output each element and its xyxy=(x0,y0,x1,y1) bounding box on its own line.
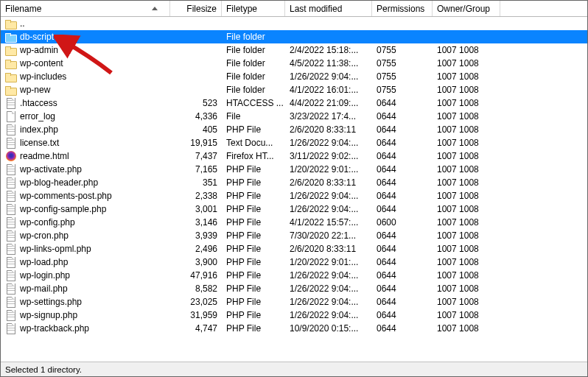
table-row[interactable]: wp-settings.php23,025PHP File1/26/2022 9… xyxy=(1,295,587,309)
filename-text: wp-login.php xyxy=(20,270,70,281)
owner-text: 1007 1008 xyxy=(433,322,500,335)
owner-text: 1007 1008 xyxy=(433,269,500,282)
permissions-text: 0600 xyxy=(372,216,433,229)
table-row[interactable]: wp-adminFile folder2/4/2022 15:18:...075… xyxy=(1,43,587,57)
permissions-text: 0644 xyxy=(372,256,433,269)
status-text: Selected 1 directory. xyxy=(5,365,82,374)
filesize-text: 405 xyxy=(170,123,222,136)
header-permissions[interactable]: Permissions xyxy=(372,1,433,16)
header-filetype[interactable]: Filetype xyxy=(222,1,285,16)
filetype-text: File folder xyxy=(222,43,285,57)
filename-text: wp-links-opml.php xyxy=(20,244,91,254)
table-row[interactable]: wp-trackback.php4,747PHP File10/9/2020 0… xyxy=(1,322,587,335)
header-filename[interactable]: Filename xyxy=(1,1,170,16)
table-row[interactable]: wp-activate.php7,165PHP File1/20/2022 9:… xyxy=(1,163,587,176)
owner-text: 1007 1008 xyxy=(433,110,500,123)
owner-text xyxy=(433,30,500,43)
table-row[interactable]: license.txt19,915Text Docu...1/26/2022 9… xyxy=(1,136,587,149)
permissions-text: 0644 xyxy=(372,163,433,176)
file-icon xyxy=(5,296,17,308)
file-icon xyxy=(5,110,17,122)
modified-text: 1/26/2022 9:04:... xyxy=(285,282,372,295)
filename-text: wp-cron.php xyxy=(20,230,69,241)
table-row[interactable]: db-scriptFile folder xyxy=(1,30,587,43)
filename-text: wp-activate.php xyxy=(20,164,82,175)
table-row[interactable]: wp-comments-post.php2,338PHP File1/26/20… xyxy=(1,189,587,202)
table-row[interactable]: wp-newFile folder4/1/2022 16:01:...07551… xyxy=(1,83,587,96)
table-row[interactable]: wp-includesFile folder1/26/2022 9:04:...… xyxy=(1,70,587,83)
file-list[interactable]: ..db-scriptFile folderwp-adminFile folde… xyxy=(1,17,587,362)
header-filesize[interactable]: Filesize xyxy=(170,1,222,16)
modified-text: 10/9/2020 0:15:... xyxy=(285,322,372,335)
owner-text: 1007 1008 xyxy=(433,229,500,242)
table-row[interactable]: wp-mail.php8,582PHP File1/26/2022 9:04:.… xyxy=(1,282,587,295)
filesize-text: 31,959 xyxy=(170,309,222,322)
modified-text: 2/6/2020 8:33:11 xyxy=(285,242,372,256)
filesize-text: 7,165 xyxy=(170,163,222,176)
permissions-text: 0755 xyxy=(372,57,433,70)
permissions-text: 0644 xyxy=(372,282,433,295)
filetype-text xyxy=(222,17,285,30)
filesize-text: 3,900 xyxy=(170,256,222,269)
table-row[interactable]: .. xyxy=(1,17,587,30)
modified-text: 1/20/2022 9:01:... xyxy=(285,163,372,176)
filetype-text: PHP File xyxy=(222,229,285,242)
filetype-text: PHP File xyxy=(222,269,285,282)
table-row[interactable]: wp-links-opml.php2,496PHP File2/6/2020 8… xyxy=(1,242,587,256)
status-bar: Selected 1 directory. xyxy=(1,362,587,376)
modified-text: 1/26/2022 9:04:... xyxy=(285,70,372,83)
filename-text: wp-settings.php xyxy=(20,297,82,307)
modified-text: 1/26/2022 9:04:... xyxy=(285,202,372,216)
table-row[interactable]: error_log4,336File3/23/2022 17:4...06441… xyxy=(1,110,587,123)
header-owner-group[interactable]: Owner/Group xyxy=(433,1,500,16)
filename-text: wp-blog-header.php xyxy=(20,177,98,188)
firefox-icon xyxy=(5,150,17,162)
filename-text: index.php xyxy=(20,124,58,135)
modified-text: 1/26/2022 9:04:... xyxy=(285,309,372,322)
owner-text: 1007 1008 xyxy=(433,136,500,149)
owner-text: 1007 1008 xyxy=(433,282,500,295)
filesize-text xyxy=(170,17,222,30)
table-row[interactable]: readme.html7,437Firefox HT...3/11/2022 9… xyxy=(1,149,587,163)
table-row[interactable]: wp-config-sample.php3,001PHP File1/26/20… xyxy=(1,202,587,216)
filename-text: wp-comments-post.php xyxy=(20,191,112,201)
table-row[interactable]: wp-login.php47,916PHP File1/26/2022 9:04… xyxy=(1,269,587,282)
modified-text: 1/26/2022 9:04:... xyxy=(285,189,372,202)
owner-text: 1007 1008 xyxy=(433,123,500,136)
modified-text: 2/6/2020 8:33:11 xyxy=(285,123,372,136)
table-row[interactable]: wp-blog-header.php351PHP File2/6/2020 8:… xyxy=(1,176,587,189)
owner-text: 1007 1008 xyxy=(433,189,500,202)
filename-text: wp-trackback.php xyxy=(20,323,89,334)
permissions-text: 0644 xyxy=(372,123,433,136)
table-row[interactable]: .htaccess523HTACCESS ...4/4/2022 21:09:.… xyxy=(1,96,587,110)
table-row[interactable]: wp-contentFile folder4/5/2022 11:38:...0… xyxy=(1,57,587,70)
header-last-modified[interactable]: Last modified xyxy=(285,1,372,16)
owner-text: 1007 1008 xyxy=(433,176,500,189)
file-icon xyxy=(5,97,17,109)
filesize-text xyxy=(170,83,222,96)
filetype-text: PHP File xyxy=(222,309,285,322)
owner-text: 1007 1008 xyxy=(433,149,500,163)
owner-text: 1007 1008 xyxy=(433,57,500,70)
modified-text: 4/5/2022 11:38:... xyxy=(285,57,372,70)
modified-text: 3/23/2022 17:4... xyxy=(285,110,372,123)
folder-icon xyxy=(5,18,17,29)
table-row[interactable]: wp-config.php3,146PHP File4/1/2022 15:57… xyxy=(1,216,587,229)
table-row[interactable]: wp-cron.php3,939PHP File7/30/2020 22:1..… xyxy=(1,229,587,242)
table-row[interactable]: index.php405PHP File2/6/2020 8:33:110644… xyxy=(1,123,587,136)
owner-text: 1007 1008 xyxy=(433,83,500,96)
filetype-text: Text Docu... xyxy=(222,136,285,149)
owner-text: 1007 1008 xyxy=(433,295,500,309)
permissions-text: 0644 xyxy=(372,189,433,202)
permissions-text: 0644 xyxy=(372,149,433,163)
table-row[interactable]: wp-load.php3,900PHP File1/20/2022 9:01:.… xyxy=(1,256,587,269)
permissions-text xyxy=(372,17,433,30)
filesize-text: 4,747 xyxy=(170,322,222,335)
owner-text: 1007 1008 xyxy=(433,96,500,110)
filesize-text: 4,336 xyxy=(170,110,222,123)
modified-text: 4/1/2022 15:57:... xyxy=(285,216,372,229)
filename-text: license.txt xyxy=(20,138,59,148)
table-row[interactable]: wp-signup.php31,959PHP File1/26/2022 9:0… xyxy=(1,309,587,322)
file-icon xyxy=(5,163,17,175)
modified-text: 1/26/2022 9:04:... xyxy=(285,269,372,282)
